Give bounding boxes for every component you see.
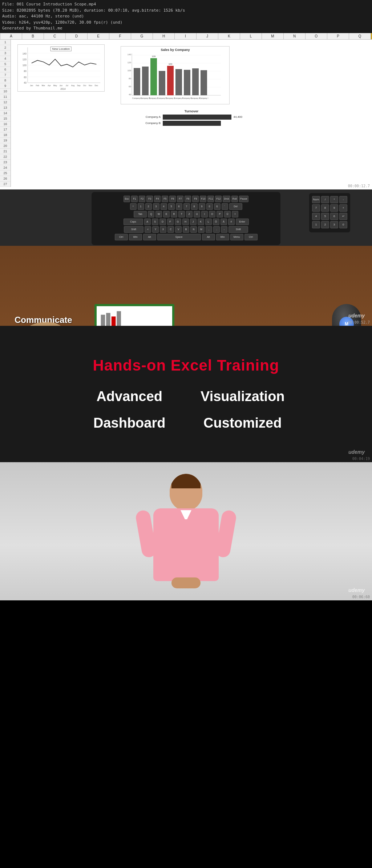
key-1: 1 bbox=[138, 203, 144, 210]
keyboard-row-4: Caps A S D F G H J K L Ö Ä # Enter bbox=[97, 219, 275, 225]
key-6: 6 bbox=[176, 203, 182, 210]
row-num: 11 bbox=[0, 94, 11, 100]
row-num: 10 bbox=[0, 89, 11, 94]
numpad: Num / * - 7 8 9 + 4 5 6 ↵ 1 2 3 0 bbox=[309, 193, 350, 232]
key-z: Z bbox=[186, 211, 193, 217]
row-num: 5 bbox=[0, 61, 11, 67]
key-x: X bbox=[160, 226, 166, 233]
turnover-bar-b bbox=[163, 121, 221, 126]
key-dash: - bbox=[221, 226, 227, 233]
key-q: Q bbox=[148, 211, 154, 217]
presenter-face bbox=[170, 488, 202, 510]
key-comma: , bbox=[206, 226, 212, 233]
svg-text:60: 60 bbox=[129, 85, 132, 88]
promo-word-visualization: Visualization bbox=[201, 389, 285, 404]
turnover-bar-a bbox=[163, 115, 231, 120]
key-f1: F1 bbox=[131, 196, 138, 202]
turnover-label-b: Company B bbox=[141, 121, 161, 125]
np-enter: ↵ bbox=[339, 213, 347, 220]
key-f11: F11 bbox=[207, 196, 214, 202]
np-4: 4 bbox=[312, 213, 320, 220]
numpad-row-3: 4 5 6 ↵ bbox=[312, 213, 347, 220]
row-num: 17 bbox=[0, 127, 11, 132]
key-l: L bbox=[205, 219, 212, 225]
promo-udemy-watermark: udemy bbox=[348, 449, 365, 455]
key-period: . bbox=[213, 226, 220, 233]
key-n: N bbox=[190, 226, 197, 233]
svg-text:40: 40 bbox=[129, 93, 132, 96]
key-f6: F6 bbox=[169, 196, 176, 202]
np-mul: * bbox=[330, 196, 338, 203]
np-7: 7 bbox=[312, 204, 320, 212]
key-space: Space bbox=[157, 234, 201, 240]
line-chart: New Location 140 120 100 80 60 40 bbox=[17, 44, 105, 92]
svg-text:Company H: Company H bbox=[191, 97, 201, 99]
key-p: P bbox=[217, 211, 223, 217]
col-C: C bbox=[44, 33, 66, 39]
excel-timestamp: 00:00:12.7 bbox=[348, 184, 370, 188]
row-num: 14 bbox=[0, 111, 11, 116]
row-num: 22 bbox=[0, 154, 11, 160]
turnover-chart: Turnover Company A 44,400 Company B bbox=[141, 109, 242, 126]
row-num: 25 bbox=[0, 171, 11, 176]
keyboard-row-6: Ctrl Win Alt Space Alt Win Menu Ctrl bbox=[97, 234, 275, 240]
row-num: 9 bbox=[0, 83, 11, 89]
key-ctrl-left: Ctrl bbox=[115, 234, 128, 240]
svg-text:Dec: Dec bbox=[95, 84, 98, 87]
key-d: D bbox=[159, 219, 166, 225]
desk-frame: Esc F1 F2 F3 F4 F5 F6 F7 F8 F9 F10 F11 F… bbox=[0, 189, 372, 326]
numpad-row-1: Num / * - bbox=[312, 196, 347, 203]
np-1: 1 bbox=[312, 221, 320, 228]
col-K: K bbox=[218, 33, 240, 39]
svg-rect-61 bbox=[112, 316, 116, 326]
promo-word-dashboard: Dashboard bbox=[87, 415, 171, 431]
key-enter: Enter bbox=[236, 219, 249, 225]
np-minus: - bbox=[339, 196, 347, 203]
svg-text:Nov: Nov bbox=[89, 84, 92, 87]
key-less: < bbox=[145, 226, 151, 233]
keyboard-area: Esc F1 F2 F3 F4 F5 F6 F7 F8 F9 F10 F11 F… bbox=[0, 189, 372, 248]
np-3: 3 bbox=[330, 221, 338, 228]
key-o: O bbox=[209, 211, 215, 217]
line-chart-svg: 140 120 100 80 60 40 Jan Feb Mar Apr May… bbox=[18, 45, 104, 91]
row-num: 20 bbox=[0, 143, 11, 149]
row-numbers: 1 2 3 4 5 6 7 8 9 10 11 12 13 14 15 16 1… bbox=[0, 40, 11, 187]
col-N: N bbox=[284, 33, 306, 39]
desk-timestamp: 00:00:52.7 bbox=[348, 320, 370, 324]
row-num: 27 bbox=[0, 181, 11, 187]
turnover-label-a: Company A bbox=[141, 115, 161, 119]
key-w: W bbox=[155, 211, 162, 217]
key-pause: Pause bbox=[239, 196, 248, 202]
row-num: 24 bbox=[0, 165, 11, 171]
key-2: 2 bbox=[145, 203, 152, 210]
key-y: Y bbox=[152, 226, 159, 233]
key-i: I bbox=[201, 211, 208, 217]
paper-clipboard bbox=[94, 304, 174, 326]
presenter-udemy-watermark: udemy bbox=[348, 587, 365, 593]
col-O: O bbox=[306, 33, 327, 39]
np-6: 6 bbox=[330, 213, 338, 220]
svg-rect-49 bbox=[201, 70, 207, 95]
row-num: 15 bbox=[0, 116, 11, 121]
key-druck: Drck bbox=[223, 196, 230, 202]
svg-rect-47 bbox=[184, 70, 190, 95]
key-e: E bbox=[163, 211, 170, 217]
svg-rect-39 bbox=[134, 68, 140, 95]
key-shift-left: Shift bbox=[124, 226, 143, 233]
col-H: H bbox=[153, 33, 175, 39]
file-info-line1: File: 001 Course Introduction Scope.mp4 bbox=[2, 1, 370, 8]
key-9: 9 bbox=[199, 203, 205, 210]
row-num: 4 bbox=[0, 56, 11, 61]
svg-rect-46 bbox=[175, 69, 182, 95]
key-win-right: Win bbox=[216, 234, 229, 240]
key-f8: F8 bbox=[185, 196, 191, 202]
key-7: 7 bbox=[183, 203, 190, 210]
key-f12: F12 bbox=[215, 196, 222, 202]
col-I: I bbox=[175, 33, 197, 39]
key-caps: Caps bbox=[124, 219, 143, 225]
column-header-row: A B C D E F G H I J K L M N O P Q R S T bbox=[0, 33, 372, 40]
np-9: 9 bbox=[330, 204, 338, 212]
svg-rect-41 bbox=[150, 58, 157, 95]
promo-word-advanced: Advanced bbox=[87, 389, 171, 404]
svg-text:Company I: Company I bbox=[199, 97, 208, 99]
